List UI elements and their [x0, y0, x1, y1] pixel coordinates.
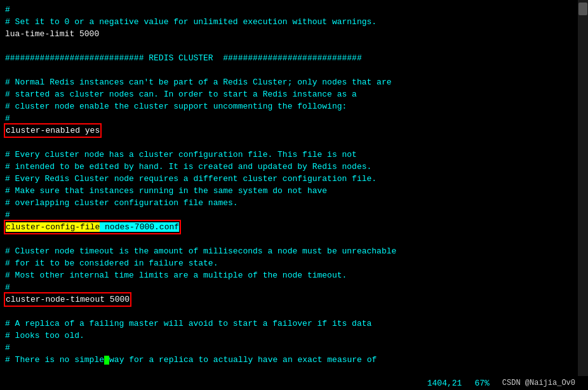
line-7: # Normal Redis instances can't be part o…: [5, 76, 573, 88]
line-14: # intended to be edited by hand. It is c…: [5, 161, 573, 173]
line-5: ############################ REDIS CLUST…: [5, 52, 573, 64]
line-29: #: [5, 342, 573, 354]
line-20: [5, 233, 573, 245]
line-13: # Every cluster node has a cluster confi…: [5, 149, 573, 161]
line-15: # Every Redis Cluster node requires a di…: [5, 173, 573, 185]
line-24: #: [5, 281, 573, 293]
cursor-position: 1404,21: [427, 379, 462, 388]
line-9: # cluster node enable the cluster suppor…: [5, 100, 573, 112]
line-25-cluster-node-timeout: cluster-node-timeout 5000: [5, 293, 573, 306]
line-28: # looks too old.: [5, 330, 573, 342]
line-1: #: [5, 4, 573, 16]
status-bar: 1404,21 67% CSDN @Naijia_Ov0: [0, 376, 588, 390]
line-2: # Set it to 0 or a negative value for un…: [5, 16, 573, 28]
line-6: [5, 64, 573, 76]
line-21: # Cluster node timeout is the amount of …: [5, 245, 573, 257]
line-10: #: [5, 112, 573, 124]
line-4: [5, 40, 573, 52]
line-19-cluster-config-file: cluster-config-file nodes-7000.conf: [5, 221, 573, 233]
watermark: CSDN @Naijia_Ov0: [502, 379, 575, 387]
line-18: #: [5, 209, 573, 221]
line-27: # A replica of a failing master will avo…: [5, 318, 573, 330]
line-11-cluster-enabled: cluster-enabled yes: [5, 124, 573, 137]
line-12: [5, 137, 573, 149]
text-cursor: [104, 356, 109, 365]
line-8: # started as cluster nodes can. In order…: [5, 88, 573, 100]
line-23: # Most other internal time limits are a …: [5, 269, 573, 281]
line-26: [5, 306, 573, 318]
line-17: # overlapping cluster configuration file…: [5, 197, 573, 209]
line-30: # There is no simpleway for a replica to…: [5, 354, 573, 366]
editor-area[interactable]: # # Set it to 0 or a negative value for …: [0, 0, 578, 390]
scrollbar[interactable]: [578, 0, 588, 390]
line-22: # for it to be considered in failure sta…: [5, 257, 573, 269]
line-3: lua-time-limit 5000: [5, 28, 573, 40]
line-16: # Make sure that instances running in th…: [5, 185, 573, 197]
scrollbar-thumb[interactable]: [578, 3, 587, 15]
zoom-level: 67%: [474, 379, 489, 388]
